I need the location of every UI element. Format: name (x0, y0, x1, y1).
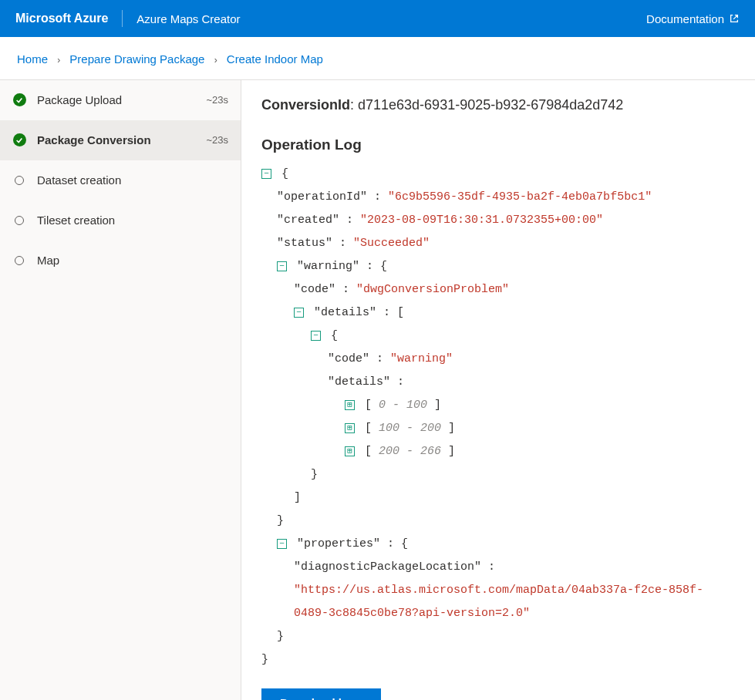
step-package-upload[interactable]: Package Upload ~23s (0, 80, 241, 120)
documentation-label: Documentation (646, 12, 724, 25)
collapse-icon[interactable]: − (277, 261, 287, 271)
chevron-right-icon: › (57, 55, 60, 66)
documentation-link[interactable]: Documentation (646, 12, 740, 25)
step-tileset-creation[interactable]: Tileset creation (0, 200, 241, 241)
step-label: Package Conversion (37, 133, 195, 146)
pending-icon (12, 254, 26, 268)
step-label: Package Upload (37, 93, 195, 106)
collapse-icon[interactable]: − (294, 308, 304, 318)
step-time: ~23s (206, 94, 228, 106)
json-range: 0 - 100 (379, 399, 427, 412)
brand[interactable]: Microsoft Azure (15, 12, 108, 25)
step-label: Tileset creation (37, 214, 217, 227)
breadcrumb-home[interactable]: Home (17, 52, 48, 66)
app-title: Azure Maps Creator (137, 12, 240, 25)
header-divider (122, 10, 123, 27)
conversion-id-value: d711e63d-6931-9025-b932-67984da2d742 (358, 97, 623, 113)
breadcrumb-prepare[interactable]: Prepare Drawing Package (69, 52, 204, 66)
pending-icon (12, 173, 26, 187)
main: Package Upload ~23s Package Conversion ~… (0, 79, 755, 700)
json-key: "details" (314, 306, 376, 319)
json-value: "https://us.atlas.microsoft.com/mapData/… (294, 584, 703, 620)
collapse-icon[interactable]: − (261, 169, 271, 179)
conversion-id-line: ConversionId: d711e63d-6931-9025-b932-67… (261, 97, 735, 113)
pending-icon (12, 214, 26, 227)
step-dataset-creation[interactable]: Dataset creation (0, 160, 241, 200)
breadcrumb: Home › Prepare Drawing Package › Create … (0, 37, 755, 79)
json-key: "status" (277, 237, 332, 250)
conversion-id-label: ConversionId (261, 97, 350, 113)
json-key: "code" (294, 283, 335, 296)
collapse-icon[interactable]: − (277, 539, 287, 549)
json-key: "diagnosticPackageLocation" (294, 560, 481, 574)
step-label: Map (37, 254, 217, 267)
operation-log-json: − { "operationId" : "6c9b5596-35df-4935-… (261, 163, 735, 671)
json-value: "warning" (390, 352, 453, 365)
json-key: "properties" (297, 537, 380, 550)
breadcrumb-create[interactable]: Create Indoor Map (227, 52, 323, 66)
download-logs-button[interactable]: Download logs (261, 688, 381, 700)
json-key: "code" (328, 352, 369, 365)
header: Microsoft Azure Azure Maps Creator Docum… (0, 0, 755, 37)
operation-log-title: Operation Log (261, 136, 735, 153)
json-key: "operationId" (277, 190, 367, 204)
step-label: Dataset creation (37, 173, 217, 187)
expand-icon[interactable]: ⊞ (345, 446, 355, 456)
json-key: "created" (277, 214, 339, 227)
step-map[interactable]: Map (0, 241, 241, 281)
json-value: "Succeeded" (353, 237, 430, 250)
json-value: "dwgConversionProblem" (356, 283, 509, 296)
step-package-conversion[interactable]: Package Conversion ~23s (0, 120, 241, 160)
expand-icon[interactable]: ⊞ (345, 400, 355, 410)
json-key: "warning" (297, 260, 359, 273)
json-key: "details" (328, 375, 390, 389)
json-range: 200 - 266 (379, 445, 441, 458)
collapse-icon[interactable]: − (311, 331, 321, 341)
external-link-icon (729, 13, 740, 24)
step-time: ~23s (206, 134, 228, 146)
json-range: 100 - 200 (379, 422, 441, 435)
expand-icon[interactable]: ⊞ (345, 423, 355, 433)
json-value: "6c9b5596-35df-4935-ba2f-4eb0a7bf5bc1" (388, 190, 652, 204)
content: ConversionId: d711e63d-6931-9025-b932-67… (241, 80, 755, 700)
success-icon (12, 133, 26, 147)
chevron-right-icon: › (214, 55, 217, 66)
success-icon (12, 93, 26, 107)
sidebar: Package Upload ~23s Package Conversion ~… (0, 80, 241, 700)
json-value: "2023-08-09T16:30:31.0732355+00:00" (360, 214, 603, 227)
